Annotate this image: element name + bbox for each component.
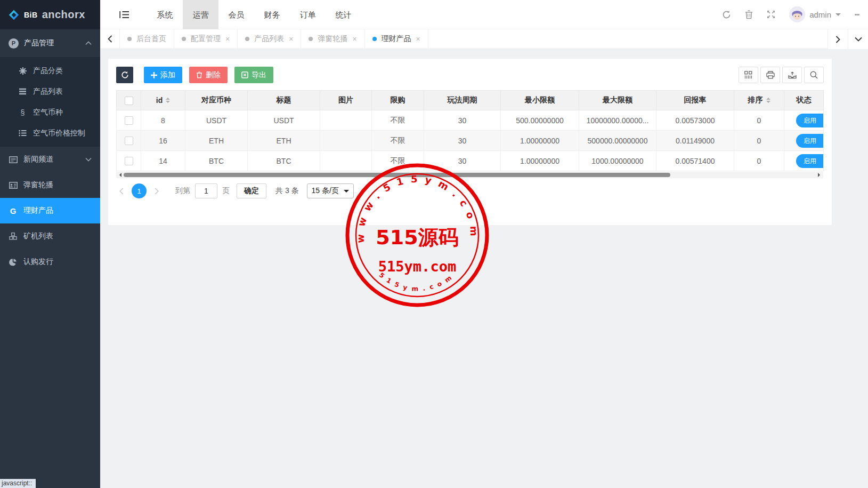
sidebar-item-product-category[interactable]: 产品分类 [0, 60, 100, 81]
cell-status: 启用 [784, 131, 824, 151]
add-button[interactable]: 添加 [144, 67, 182, 83]
tab-dot-icon [372, 37, 377, 41]
table-toolbar: 添加 删除 导出 [116, 67, 824, 83]
tab-close-icon[interactable]: × [416, 35, 420, 43]
fullscreen-icon[interactable] [767, 10, 775, 19]
row-checkbox[interactable] [125, 137, 133, 145]
tab-close-icon[interactable]: × [352, 35, 356, 43]
user-avatar [789, 6, 805, 22]
tab-dashboard[interactable]: 后台首页 [120, 29, 174, 49]
sidebar-submenu: 产品分类 产品列表 § 空气币种 空气币价格控制 [0, 57, 100, 147]
export-data-icon[interactable] [782, 67, 802, 83]
trash-icon[interactable] [745, 10, 753, 19]
g-badge-icon: G [9, 206, 18, 215]
tab-config[interactable]: 配置管理 × [174, 29, 238, 49]
status-toggle[interactable]: 启用 [796, 114, 824, 127]
username-label: admin [809, 10, 831, 19]
cell-sort: 0 [734, 151, 784, 171]
sidebar-toggle-icon[interactable] [119, 11, 129, 19]
status-toggle[interactable]: 启用 [796, 134, 824, 148]
asterisk-icon [18, 67, 27, 75]
sidebar-item-label: 矿机列表 [23, 231, 53, 241]
tab-dot-icon [309, 37, 313, 41]
print-icon[interactable] [760, 67, 780, 83]
browser-status-tooltip: javascript:: [0, 479, 36, 488]
tab-close-icon[interactable]: × [225, 35, 230, 43]
select-all-checkbox[interactable] [125, 97, 133, 105]
col-header-max: 最大限额 [579, 91, 656, 110]
delete-button[interactable]: 删除 [189, 67, 228, 83]
scroll-right-arrow-icon[interactable] [818, 173, 822, 177]
prev-page-icon[interactable] [116, 188, 127, 195]
sort-icon[interactable] [166, 98, 170, 103]
select-caret-icon [344, 190, 349, 195]
cell-limit: 不限 [372, 151, 424, 171]
refresh-button[interactable] [116, 67, 133, 83]
more-menu-icon[interactable] [855, 13, 859, 17]
sidebar-section-product-management[interactable]: P 产品管理 [0, 29, 100, 57]
scroll-left-arrow-icon[interactable] [117, 173, 121, 177]
export-button[interactable]: 导出 [234, 67, 273, 83]
sidebar-item-popup-carousel[interactable]: 弹窗轮播 [0, 172, 100, 198]
sidebar-item-label: 新闻频道 [23, 155, 53, 164]
products-table: id 对应币种 标题 图片 限购 玩法周期 最小限额 最大限额 回报率 排序 状… [116, 90, 824, 171]
tab-popup-carousel[interactable]: 弹窗轮播 × [301, 29, 364, 49]
nav-item-statistics[interactable]: 统计 [326, 0, 361, 29]
search-icon[interactable] [804, 67, 824, 83]
tab-dot-icon [245, 37, 249, 41]
tab-scroll-left-icon[interactable] [100, 29, 120, 49]
col-header-image: 图片 [320, 91, 372, 110]
nav-item-members[interactable]: 会员 [218, 0, 254, 29]
row-checkbox[interactable] [125, 116, 133, 125]
sidebar-item-news-channel[interactable]: 新闻频道 [0, 147, 100, 172]
sidebar-item-air-coin-price-control[interactable]: 空气币价格控制 [0, 123, 100, 143]
horizontal-scrollbar [116, 172, 823, 178]
col-header-coin: 对应币种 [185, 91, 248, 110]
sidebar-section-label: 产品管理 [24, 38, 54, 48]
page-number-button[interactable]: 1 [132, 183, 147, 198]
row-checkbox[interactable] [125, 157, 133, 165]
sidebar-item-product-list[interactable]: 产品列表 [0, 81, 100, 102]
sidebar-item-miner-list[interactable]: 矿机列表 [0, 223, 100, 249]
tab-close-icon[interactable]: × [289, 35, 293, 43]
sidebar-item-label: 认购发行 [23, 257, 53, 267]
logo-diamond-icon [8, 9, 20, 21]
tab-wealth-products[interactable]: 理财产品 × [365, 29, 428, 49]
col-header-status: 状态 [784, 91, 824, 110]
cell-title: USDT [248, 110, 320, 131]
tab-scroll-right-icon[interactable] [828, 29, 848, 49]
user-menu[interactable]: admin [789, 6, 841, 22]
sidebar-item-label: 空气币种 [33, 108, 63, 117]
cubes-icon [9, 233, 18, 240]
page-size-select[interactable]: 15 条/页 [307, 183, 354, 198]
nav-item-finance[interactable]: 财务 [254, 0, 290, 29]
cell-cycle: 30 [424, 110, 501, 131]
cell-sort: 0 [734, 110, 784, 131]
status-toggle[interactable]: 启用 [796, 154, 824, 168]
id-card-icon [9, 182, 18, 189]
cell-sort: 0 [734, 131, 784, 151]
tab-label: 后台首页 [136, 34, 166, 44]
next-page-icon[interactable] [151, 188, 162, 195]
confirm-page-button[interactable]: 确定 [237, 183, 266, 198]
tab-product-list[interactable]: 产品列表 × [238, 29, 301, 49]
sort-icon[interactable] [766, 98, 770, 103]
sidebar-item-subscription-issue[interactable]: 认购发行 [0, 249, 100, 275]
tab-menu-chevron-down-icon[interactable] [848, 29, 868, 49]
nav-item-operations[interactable]: 运营 [183, 0, 218, 29]
top-nav: 系统 运营 会员 财务 订单 统计 [147, 0, 361, 29]
nav-item-orders[interactable]: 订单 [290, 0, 326, 29]
sidebar-item-wealth-products[interactable]: G 理财产品 [0, 198, 100, 223]
cell-rate: 0.00571400 [656, 151, 734, 171]
columns-toggle-icon[interactable] [739, 67, 758, 83]
refresh-icon[interactable] [722, 10, 731, 19]
page-input[interactable] [195, 183, 217, 198]
sidebar-item-air-coin[interactable]: § 空气币种 [0, 102, 100, 123]
sidebar-item-label: 弹窗轮播 [23, 180, 53, 190]
chevron-down-icon [85, 157, 92, 162]
scrollbar-thumb[interactable] [124, 173, 670, 177]
cell-coin: BTC [185, 151, 248, 171]
sidebar-item-label: 空气币价格控制 [33, 129, 85, 138]
tab-label: 理财产品 [382, 34, 411, 44]
nav-item-system[interactable]: 系统 [147, 0, 183, 29]
